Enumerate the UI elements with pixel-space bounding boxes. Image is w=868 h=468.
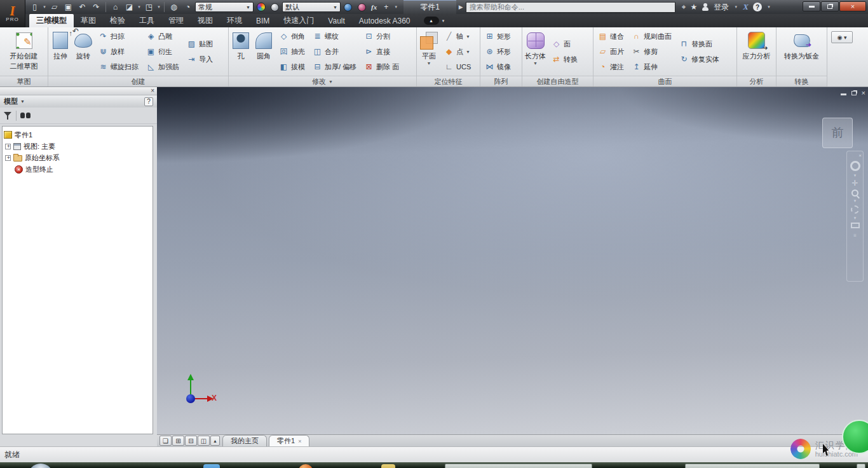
undo-button[interactable]: ↶ <box>76 1 89 13</box>
convert-to-sheet-metal-button[interactable]: 转换为钣金 <box>782 27 821 76</box>
chevron-down-icon[interactable]: ▼ <box>853 174 857 177</box>
loft-button[interactable]: ⋓ 放样 <box>97 44 140 59</box>
patch-button[interactable]: ▱ 面片 <box>596 44 626 59</box>
look-at-icon[interactable] <box>851 223 860 228</box>
draft-button[interactable]: ◧ 拔模 <box>277 59 307 74</box>
material-box-button[interactable]: ◳ <box>142 1 156 13</box>
tab-bim[interactable]: BIM <box>249 14 276 27</box>
expand-plus-icon[interactable] <box>5 144 11 149</box>
trim-button[interactable]: ✂ 修剪 <box>630 44 674 59</box>
parameters-fx-button[interactable]: fx <box>369 3 379 11</box>
favorites-star-icon[interactable]: ★ <box>691 3 698 11</box>
expand-tabs-button[interactable]: ▲ <box>210 436 220 446</box>
chevron-down-icon[interactable]: ▼ <box>20 99 144 104</box>
help-search-input[interactable] <box>466 2 675 13</box>
open-file-button[interactable]: ▱ <box>48 1 61 13</box>
extrude-button[interactable]: 拉伸 <box>49 27 72 76</box>
taskbar-window-button[interactable] <box>445 464 592 468</box>
taskbar-app-icon[interactable] <box>203 464 220 468</box>
shell-button[interactable]: 回 抽壳 <box>277 44 307 59</box>
tab-vault[interactable]: Vault <box>321 14 351 27</box>
axis-button[interactable]: ╱ 轴 ▼ <box>442 29 473 44</box>
fillet-button[interactable]: 圆角 <box>252 27 275 76</box>
navbar-menu-icon[interactable]: ≡ <box>853 233 857 238</box>
tab-environments[interactable]: 环境 <box>220 14 249 27</box>
plane-button[interactable]: 平面 ▼ <box>417 27 440 76</box>
communication-center-icon[interactable]: ⌖ <box>682 3 686 11</box>
tab-sketch[interactable]: 草图 <box>74 14 103 27</box>
graphics-viewport[interactable]: × 前 × ▼ ✛ ▼ ▼ ≡ <box>157 87 868 434</box>
tab-inspect[interactable]: 检验 <box>103 14 132 27</box>
a360-cloud-button[interactable]: ▴ ▾ <box>424 14 446 27</box>
mirror-button[interactable]: ⋈ 镜像 <box>483 59 513 74</box>
tree-item-part[interactable]: 零件1 <box>4 129 151 141</box>
taskbar-app-icon[interactable] <box>299 464 313 468</box>
windows-taskbar[interactable] <box>0 462 868 468</box>
tab-manage[interactable]: 管理 <box>161 14 191 27</box>
emboss-button[interactable]: ◈ 凸雕 <box>144 29 181 44</box>
rectangular-pattern-button[interactable]: ⊞ 矩形 <box>483 29 513 44</box>
close-button[interactable]: × <box>839 1 866 11</box>
browser-grip-bar[interactable]: × <box>0 87 157 95</box>
clear-appearance-button[interactable] <box>355 1 369 13</box>
expand-plus-icon[interactable] <box>5 155 11 161</box>
cascade-windows-button[interactable]: ❏ <box>159 436 172 446</box>
rib-button[interactable]: ◺ 加强筋 <box>144 59 181 74</box>
chamfer-button[interactable]: ◇ 倒角 <box>277 29 307 44</box>
direct-edit-button[interactable]: ⊳ 直接 <box>362 44 401 59</box>
thicken-offset-button[interactable]: ⊟ 加厚/ 偏移 <box>311 59 358 74</box>
tile-grid-button[interactable]: ⊞ <box>172 436 184 446</box>
panel-label-sketch[interactable]: 草图 <box>0 76 48 86</box>
zoom-magnifier-icon[interactable] <box>851 189 858 196</box>
replace-face-button[interactable]: ⊓ 替换面 <box>677 36 721 52</box>
repair-bodies-button[interactable]: ↻ 修复实体 <box>677 52 721 67</box>
search-expander-icon[interactable]: ▶ <box>459 4 463 10</box>
panel-label-simulation[interactable]: 分析 <box>737 76 776 86</box>
panel-label-surface[interactable]: 曲面 <box>593 76 736 86</box>
panel-label-pattern[interactable]: 阵列 <box>480 76 522 86</box>
appearance-sphere-icon[interactable] <box>268 1 281 13</box>
material-browser-icon[interactable]: ◔ <box>181 1 194 13</box>
delete-face-button[interactable]: ⊠ 删除 面 <box>362 59 401 74</box>
hole-button[interactable]: 孔 <box>229 27 252 76</box>
chevron-down-icon[interactable]: ▼ <box>853 200 857 202</box>
pan-hand-icon[interactable]: ✛ <box>851 180 858 186</box>
sign-in-dropdown[interactable]: ▾ <box>733 4 738 10</box>
tile-horizontal-button[interactable]: ⊟ <box>185 436 197 446</box>
close-icon[interactable]: × <box>298 438 301 444</box>
browser-help-button[interactable]: ? <box>144 97 153 106</box>
taskbar-window-button[interactable] <box>685 464 820 468</box>
steering-wheel-icon[interactable] <box>850 161 860 171</box>
tab-view[interactable]: 视图 <box>191 14 220 27</box>
panel-label-modify[interactable]: 修改▼ <box>229 76 416 86</box>
orbit-icon[interactable] <box>851 205 859 214</box>
taskbar-app-icon[interactable] <box>381 464 395 468</box>
appearance-combo[interactable]: 默认 ▼ <box>282 2 341 12</box>
panel-label-create[interactable]: 创建 <box>48 76 228 86</box>
chevron-down-icon[interactable]: ▼ <box>853 217 857 219</box>
qat-customize-dropdown[interactable]: ▾ <box>393 4 398 10</box>
panel-label-freeform[interactable]: 创建自由造型 <box>522 76 593 86</box>
tree-item-view[interactable]: 视图: 主要 <box>4 141 151 152</box>
freeform-convert-button[interactable]: ⇄ 转换 <box>550 52 580 67</box>
restore-button[interactable] <box>821 1 839 11</box>
application-menu-button[interactable]: I PRO <box>0 0 25 27</box>
coil-button[interactable]: ≋ 螺旋扫掠 <box>97 59 140 74</box>
doc-restore-button[interactable] <box>851 91 857 95</box>
circular-pattern-button[interactable]: ⊛ 环形 <box>483 44 513 59</box>
render-dropdown[interactable]: ▾ <box>137 4 142 10</box>
material-box-dropdown[interactable]: ▾ <box>156 4 161 10</box>
search-binoculars-icon[interactable] <box>20 112 31 119</box>
redo-button[interactable]: ↷ <box>90 1 103 13</box>
sweep-button[interactable]: ↷ 扫掠 <box>97 29 140 44</box>
appearance-balls-icon[interactable]: ◍ <box>167 1 180 13</box>
material-combo[interactable]: 常规 ▼ <box>195 2 254 12</box>
panel-label-convert[interactable]: 转换 <box>776 76 827 86</box>
user-person-icon[interactable] <box>702 3 709 11</box>
ruled-surface-button[interactable]: ∩ 规则曲面 <box>630 29 674 44</box>
help-icon[interactable]: ? <box>753 3 762 11</box>
filter-funnel-icon[interactable] <box>4 112 12 120</box>
taskbar-tray-button[interactable] <box>857 464 865 468</box>
save-button[interactable]: ▣ <box>62 1 75 13</box>
help-dropdown[interactable]: ▾ <box>766 4 771 10</box>
